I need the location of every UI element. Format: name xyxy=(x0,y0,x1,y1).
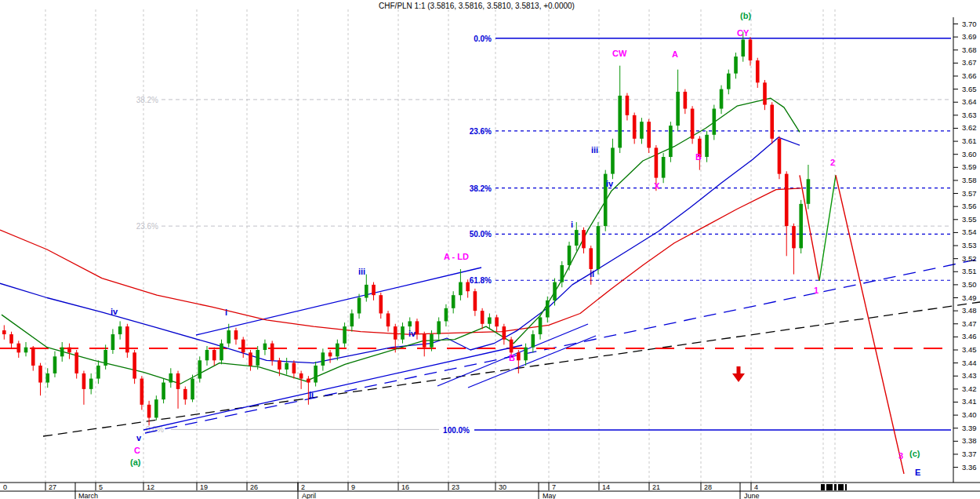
candle-body xyxy=(183,389,187,399)
candle-body xyxy=(691,109,695,139)
trendlines xyxy=(0,259,980,436)
candle-body xyxy=(611,148,615,173)
down-arrow xyxy=(732,366,745,382)
candle-body xyxy=(103,350,107,366)
chart-label: 3.51 xyxy=(962,267,977,275)
candle-body xyxy=(285,363,289,370)
candle-body xyxy=(379,295,383,313)
chart-label: iv xyxy=(606,179,614,188)
candle-body xyxy=(517,352,521,360)
chart-label: E xyxy=(915,468,920,477)
chart-label: 61.8% xyxy=(470,276,492,285)
chart-label: 3.49 xyxy=(962,293,977,302)
chart-label: 3.55 xyxy=(962,215,977,224)
chart-label: 21 xyxy=(652,483,660,491)
candle-body xyxy=(394,326,397,340)
candle-body xyxy=(676,92,680,126)
candle-body xyxy=(662,157,666,178)
candle-body xyxy=(582,230,586,248)
candle-body xyxy=(278,360,281,370)
candle-body xyxy=(292,363,296,373)
chart-label: 3.58 xyxy=(962,176,977,184)
chart-label: 3 xyxy=(898,451,903,461)
candle-body xyxy=(770,105,774,139)
price-axis: 3.363.373.383.393.403.413.423.433.443.45… xyxy=(953,17,977,483)
candle-body xyxy=(539,317,543,334)
candle-body xyxy=(524,348,528,361)
chart-label: 30 xyxy=(499,483,506,491)
chart-label: C xyxy=(134,446,140,455)
candle-body xyxy=(299,373,303,379)
chart-label: (a) xyxy=(130,457,141,467)
chart-label: 3.46 xyxy=(962,332,977,341)
fibonacci-blue: 0.0%23.6%38.2%50.0%61.8%100.0% xyxy=(443,35,951,435)
candle-body xyxy=(720,89,724,109)
projection-lines xyxy=(800,175,904,474)
candle-body xyxy=(640,122,644,139)
chart-label: ii xyxy=(590,269,594,279)
candle-body xyxy=(147,405,151,418)
candle-body xyxy=(445,308,448,322)
chart-label: 3.64 xyxy=(962,97,977,106)
chart-label: 3.39 xyxy=(962,424,977,432)
moving-average-slow xyxy=(0,188,801,334)
candle-body xyxy=(53,356,57,373)
chart-label: i xyxy=(225,308,227,317)
candle-body xyxy=(423,334,426,348)
chart-label: 38.2% xyxy=(136,96,158,104)
candle-body xyxy=(307,379,310,383)
candle-body xyxy=(589,248,593,269)
candle-body xyxy=(24,348,28,353)
candle-body xyxy=(626,96,630,115)
down-arrow-icon xyxy=(732,366,745,382)
chart-label: iii xyxy=(591,145,598,155)
candle-body xyxy=(684,92,688,109)
chart-label: B xyxy=(695,152,702,162)
chart-label: June xyxy=(744,492,760,499)
chart-label: 23 xyxy=(452,483,459,491)
date-axis: 02751219262916233071421284MarchAprilMayJ… xyxy=(0,483,980,499)
chart-label: 3.63 xyxy=(962,111,977,119)
candle-body xyxy=(387,313,390,326)
candle-body xyxy=(416,321,419,334)
candle-body xyxy=(488,317,492,323)
candle-body xyxy=(430,334,434,348)
candle-body xyxy=(459,282,463,296)
candle-body xyxy=(191,379,194,400)
chart-label: 3.45 xyxy=(962,345,977,354)
chart-label: 3.54 xyxy=(962,228,977,236)
chart-label: 3.47 xyxy=(962,319,977,328)
candle-body xyxy=(727,74,731,89)
candle-body xyxy=(343,326,347,344)
candle-body xyxy=(799,204,803,249)
chart-label: 3.44 xyxy=(962,359,977,367)
candle-body xyxy=(198,360,201,378)
chart-label: 3.41 xyxy=(962,397,977,406)
candle-body xyxy=(350,313,354,326)
candle-body xyxy=(140,379,144,405)
candle-body xyxy=(82,373,86,389)
candle-body xyxy=(741,39,745,56)
chart-label: 9 xyxy=(351,483,355,491)
candle-body xyxy=(45,373,49,383)
chart-label: 3.62 xyxy=(962,123,977,132)
price-chart: 38.2%23.6%0.0%0.0%23.6%38.2%50.0%61.8%10… xyxy=(0,0,980,499)
axis-gap-mark xyxy=(838,484,844,490)
chart-label: 3.48 xyxy=(962,306,977,315)
candle-body xyxy=(176,373,180,389)
chart-label: 3.65 xyxy=(962,85,977,93)
candle-body xyxy=(162,383,165,400)
chart-label: (c) xyxy=(909,449,920,458)
candle-body xyxy=(125,326,129,352)
chart-label: 14 xyxy=(602,483,610,491)
chart-label: 3.59 xyxy=(962,162,977,171)
chart-label: 26 xyxy=(250,483,258,491)
candle-body xyxy=(713,109,717,135)
axis-gap-mark xyxy=(821,484,825,490)
chart-label: iv xyxy=(408,329,416,338)
candle-body xyxy=(705,135,709,157)
candle-body xyxy=(481,311,485,324)
candle-body xyxy=(568,246,572,265)
candle-body xyxy=(205,350,209,360)
axis-gap-mark xyxy=(826,484,833,490)
